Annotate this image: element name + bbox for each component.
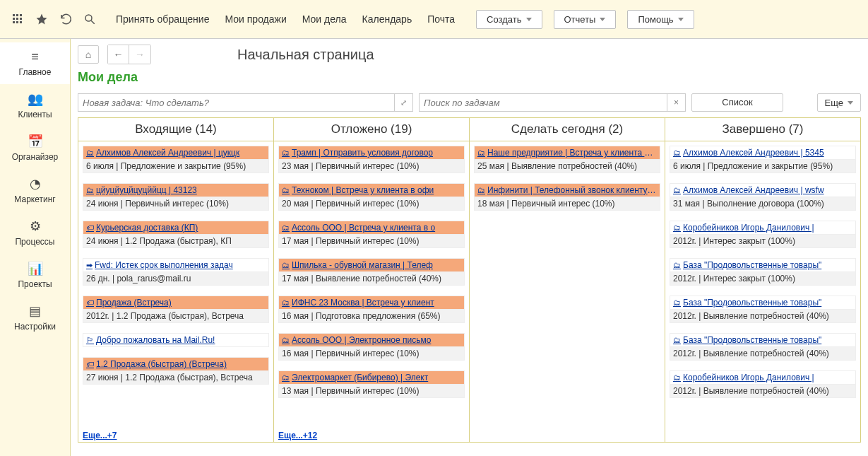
card-subtitle: 2012г. | Интерес закрыт (100%)	[670, 235, 856, 248]
top-menu: Принять обращение Мои продажи Мои дела К…	[116, 13, 455, 25]
help-button[interactable]: Помощь	[627, 10, 694, 29]
svg-rect-8	[20, 21, 22, 23]
menu-mail[interactable]: Почта	[427, 13, 455, 25]
card-title-link[interactable]: 🗂Алхимов Алексей Андреевич | 5345	[670, 146, 856, 160]
create-button[interactable]: Создать	[476, 10, 542, 29]
more-button[interactable]: Еще	[817, 93, 861, 112]
board-column: Входящие (14)🗂Алхимов Алексей Андреевич …	[78, 118, 274, 442]
card-icon: 🏷	[86, 298, 94, 307]
svg-rect-3	[13, 18, 15, 20]
card-title-link[interactable]: 🗂Алхимов Алексей Андреевич | цукцк	[83, 146, 269, 160]
card-title-link[interactable]: 🗂Ассоль ООО | Электронное письмо	[278, 333, 465, 347]
task-card: ➡Fwd: Истек срок выполнения задач26 дн. …	[83, 258, 269, 286]
column-more-link[interactable]: Еще...+7	[78, 429, 273, 442]
card-title-link[interactable]: 🗂Трамп | Отправить условия договор	[278, 146, 465, 160]
svg-rect-2	[20, 14, 22, 16]
card-icon: 🏷	[86, 360, 94, 368]
card-subtitle: 24 июня | Первичный интерес (10%)	[83, 197, 269, 211]
expand-button[interactable]: ⤢	[395, 93, 413, 112]
svg-rect-0	[13, 14, 15, 16]
sidebar-item-clients[interactable]: 👥Клиенты	[0, 84, 70, 127]
forward-button[interactable]: →	[129, 45, 150, 64]
column-body: 🗂Алхимов Алексей Андреевич | 53456 июля …	[665, 141, 860, 442]
task-card: 🗂База "Продовольственные товары"2012г. |…	[670, 333, 856, 361]
menu-sales[interactable]: Мои продажи	[225, 13, 286, 25]
calendar-icon: 📅	[3, 134, 67, 149]
card-icon: 🗂	[282, 223, 290, 232]
process-icon: ⚙	[3, 218, 67, 234]
svg-rect-7	[16, 21, 18, 23]
nav-row: ⌂ ← → Начальная страница	[78, 45, 861, 64]
card-title-link[interactable]: 🗂Инфинити | Телефонный звонок клиенту-ут…	[474, 183, 660, 197]
sidebar-item-main[interactable]: ≡Главное	[0, 42, 70, 84]
svg-line-10	[91, 21, 95, 24]
column-header: Отложено (19)	[274, 118, 469, 141]
section-title: Мои дела	[78, 70, 861, 85]
card-title-link[interactable]: 🗂Ассоль ООО | Встреча у клиента в о	[278, 221, 465, 235]
search-icon[interactable]	[78, 8, 102, 30]
card-icon: 🗂	[673, 261, 681, 269]
sidebar-item-projects[interactable]: 📊Проекты	[0, 254, 70, 296]
task-card: 🗂Шпилька - обувной магазин | Телеф17 мая…	[278, 258, 465, 286]
svg-rect-5	[20, 18, 22, 20]
card-subtitle: 24 июня | 1.2 Продажа (быстрая), КП	[83, 235, 269, 248]
history-icon[interactable]	[54, 8, 78, 30]
card-title-link[interactable]: 🏷Продажа (Встреча)	[83, 296, 269, 310]
card-title-link[interactable]: 🗂Техноком | Встреча у клиента в офи	[278, 183, 465, 197]
card-icon: 🗂	[673, 186, 681, 194]
apps-icon[interactable]	[6, 8, 30, 30]
card-subtitle: 6 июля | Предложение и закрытие (95%)	[670, 160, 856, 173]
card-title-link[interactable]: 🏷1.2 Продажа (быстрая) (Встреча)	[83, 357, 269, 371]
sidebar-item-processes[interactable]: ⚙Процессы	[0, 211, 70, 254]
card-title-link[interactable]: 🗂цйуцйуцйцуцййцц | 43123	[83, 183, 269, 197]
star-icon[interactable]	[30, 8, 54, 30]
card-icon: 🗂	[673, 223, 681, 232]
column-more-link[interactable]: Еще...+12	[274, 429, 469, 442]
card-title-link[interactable]: 🗂Наше предприятие | Встреча у клиента в …	[474, 146, 660, 160]
card-title-link[interactable]: 🗂Электромаркет (Бибирево) | Элект	[278, 370, 465, 385]
column-header: Входящие (14)	[78, 118, 273, 141]
menu-accept[interactable]: Принять обращение	[116, 13, 209, 25]
card-title-link[interactable]: 🏳Добро пожаловать на Mail.Ru!	[83, 333, 269, 347]
board-column: Сделать сегодня (2)🗂Наше предприятие | В…	[470, 118, 665, 442]
search-input[interactable]	[419, 93, 667, 112]
card-subtitle: 20 мая | Первичный интерес (10%)	[278, 197, 465, 211]
card-title-link[interactable]: 🗂База "Продовольственные товары"	[670, 258, 856, 272]
new-task-input[interactable]	[78, 93, 395, 112]
task-card: 🗂Трамп | Отправить условия договор23 мая…	[278, 146, 465, 173]
sidebar-item-settings[interactable]: ▤Настройки	[0, 296, 70, 339]
card-title-link[interactable]: 🗂Алхимов Алексей Андреевич | wsfw	[670, 183, 856, 197]
clear-search-button[interactable]: ×	[667, 93, 686, 112]
sidebar-item-organizer[interactable]: 📅Органайзер	[0, 127, 70, 169]
card-title-link[interactable]: 🏷Курьерская доставка (КП)	[83, 221, 269, 235]
card-title-link[interactable]: 🗂База "Продовольственные товары"	[670, 296, 856, 310]
card-subtitle: 2012г. | Выявление потребностей (40%)	[670, 310, 856, 323]
list-view-button[interactable]: Список	[691, 93, 783, 112]
card-title-link[interactable]: ➡Fwd: Истек срок выполнения задач	[83, 258, 269, 272]
menu-calendar[interactable]: Календарь	[362, 13, 412, 25]
top-buttons: Создать Отчеты Помощь	[476, 10, 694, 29]
card-icon: 🏳	[86, 336, 94, 344]
menu-tasks[interactable]: Мои дела	[302, 13, 347, 25]
reports-button[interactable]: Отчеты	[554, 10, 617, 29]
settings-icon: ▤	[3, 303, 67, 319]
card-subtitle: 2012г. | Выявление потребностей (40%)	[670, 347, 856, 361]
card-subtitle: 17 мая | Выявление потребностей (40%)	[278, 272, 465, 286]
clients-icon: 👥	[3, 91, 67, 107]
sidebar-item-marketing[interactable]: ◔Маркетинг	[0, 169, 70, 211]
card-subtitle: 26 дн. | pola_rarus@mail.ru	[83, 272, 269, 286]
card-title-link[interactable]: 🗂ИФНС 23 Москва | Встреча у клиент	[278, 296, 465, 310]
menu-icon: ≡	[3, 49, 67, 64]
svg-rect-4	[16, 18, 18, 20]
card-title-link[interactable]: 🗂База "Продовольственные товары"	[670, 333, 856, 347]
card-subtitle: 16 мая | Подготовка предложения (65%)	[278, 310, 465, 323]
card-title-link[interactable]: 🗂Коробейников Игорь Данилович |	[670, 370, 856, 385]
home-button[interactable]: ⌂	[78, 45, 99, 64]
column-header: Завершено (7)	[665, 118, 860, 141]
task-card: 🗂Алхимов Алексей Андреевич | wsfw31 мая …	[670, 183, 856, 211]
card-title-link[interactable]: 🗂Шпилька - обувной магазин | Телеф	[278, 258, 465, 272]
page-title: Начальная страница	[237, 47, 374, 63]
back-button[interactable]: ←	[108, 45, 129, 64]
card-title-link[interactable]: 🗂Коробейников Игорь Данилович |	[670, 221, 856, 235]
card-subtitle: 13 мая | Первичный интерес (10%)	[278, 385, 465, 398]
